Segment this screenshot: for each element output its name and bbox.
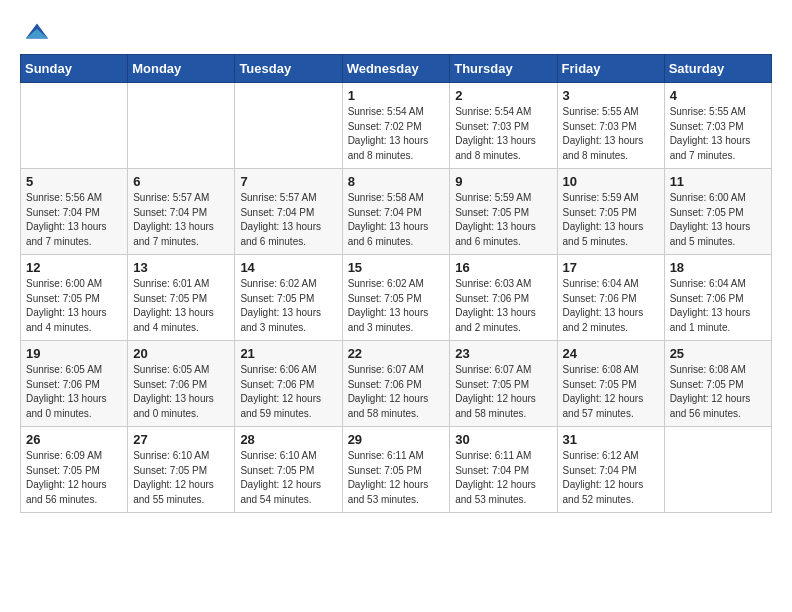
- day-info: Sunrise: 6:07 AMSunset: 7:05 PMDaylight:…: [455, 363, 551, 421]
- day-number: 17: [563, 260, 659, 275]
- calendar-cell: 24Sunrise: 6:08 AMSunset: 7:05 PMDayligh…: [557, 341, 664, 427]
- day-info: Sunrise: 6:11 AMSunset: 7:05 PMDaylight:…: [348, 449, 445, 507]
- calendar-cell: 16Sunrise: 6:03 AMSunset: 7:06 PMDayligh…: [450, 255, 557, 341]
- calendar-cell: 19Sunrise: 6:05 AMSunset: 7:06 PMDayligh…: [21, 341, 128, 427]
- day-number: 24: [563, 346, 659, 361]
- day-info: Sunrise: 5:59 AMSunset: 7:05 PMDaylight:…: [455, 191, 551, 249]
- day-number: 15: [348, 260, 445, 275]
- day-info: Sunrise: 5:59 AMSunset: 7:05 PMDaylight:…: [563, 191, 659, 249]
- day-number: 11: [670, 174, 766, 189]
- day-number: 7: [240, 174, 336, 189]
- calendar-cell: 27Sunrise: 6:10 AMSunset: 7:05 PMDayligh…: [128, 427, 235, 513]
- day-info: Sunrise: 6:06 AMSunset: 7:06 PMDaylight:…: [240, 363, 336, 421]
- day-number: 27: [133, 432, 229, 447]
- calendar-cell: 28Sunrise: 6:10 AMSunset: 7:05 PMDayligh…: [235, 427, 342, 513]
- calendar-cell: [21, 83, 128, 169]
- day-info: Sunrise: 6:04 AMSunset: 7:06 PMDaylight:…: [670, 277, 766, 335]
- day-number: 23: [455, 346, 551, 361]
- day-number: 12: [26, 260, 122, 275]
- day-info: Sunrise: 5:56 AMSunset: 7:04 PMDaylight:…: [26, 191, 122, 249]
- day-number: 10: [563, 174, 659, 189]
- calendar-cell: 5Sunrise: 5:56 AMSunset: 7:04 PMDaylight…: [21, 169, 128, 255]
- day-info: Sunrise: 5:55 AMSunset: 7:03 PMDaylight:…: [670, 105, 766, 163]
- day-info: Sunrise: 5:54 AMSunset: 7:03 PMDaylight:…: [455, 105, 551, 163]
- day-info: Sunrise: 6:03 AMSunset: 7:06 PMDaylight:…: [455, 277, 551, 335]
- day-info: Sunrise: 6:00 AMSunset: 7:05 PMDaylight:…: [26, 277, 122, 335]
- day-info: Sunrise: 6:01 AMSunset: 7:05 PMDaylight:…: [133, 277, 229, 335]
- day-number: 5: [26, 174, 122, 189]
- calendar-cell: 4Sunrise: 5:55 AMSunset: 7:03 PMDaylight…: [664, 83, 771, 169]
- calendar-cell: 17Sunrise: 6:04 AMSunset: 7:06 PMDayligh…: [557, 255, 664, 341]
- day-info: Sunrise: 6:11 AMSunset: 7:04 PMDaylight:…: [455, 449, 551, 507]
- day-info: Sunrise: 5:57 AMSunset: 7:04 PMDaylight:…: [133, 191, 229, 249]
- weekday-header-friday: Friday: [557, 55, 664, 83]
- day-number: 21: [240, 346, 336, 361]
- weekday-header-tuesday: Tuesday: [235, 55, 342, 83]
- calendar-cell: 22Sunrise: 6:07 AMSunset: 7:06 PMDayligh…: [342, 341, 450, 427]
- day-info: Sunrise: 6:12 AMSunset: 7:04 PMDaylight:…: [563, 449, 659, 507]
- day-info: Sunrise: 6:00 AMSunset: 7:05 PMDaylight:…: [670, 191, 766, 249]
- calendar-cell: 2Sunrise: 5:54 AMSunset: 7:03 PMDaylight…: [450, 83, 557, 169]
- day-number: 2: [455, 88, 551, 103]
- day-number: 30: [455, 432, 551, 447]
- weekday-header-monday: Monday: [128, 55, 235, 83]
- day-number: 9: [455, 174, 551, 189]
- day-number: 28: [240, 432, 336, 447]
- calendar-cell: 15Sunrise: 6:02 AMSunset: 7:05 PMDayligh…: [342, 255, 450, 341]
- day-info: Sunrise: 6:05 AMSunset: 7:06 PMDaylight:…: [133, 363, 229, 421]
- day-info: Sunrise: 6:02 AMSunset: 7:05 PMDaylight:…: [240, 277, 336, 335]
- day-number: 13: [133, 260, 229, 275]
- calendar-cell: 3Sunrise: 5:55 AMSunset: 7:03 PMDaylight…: [557, 83, 664, 169]
- day-info: Sunrise: 6:02 AMSunset: 7:05 PMDaylight:…: [348, 277, 445, 335]
- calendar-cell: 8Sunrise: 5:58 AMSunset: 7:04 PMDaylight…: [342, 169, 450, 255]
- day-info: Sunrise: 5:54 AMSunset: 7:02 PMDaylight:…: [348, 105, 445, 163]
- calendar-cell: 7Sunrise: 5:57 AMSunset: 7:04 PMDaylight…: [235, 169, 342, 255]
- calendar-cell: [235, 83, 342, 169]
- day-info: Sunrise: 6:05 AMSunset: 7:06 PMDaylight:…: [26, 363, 122, 421]
- day-info: Sunrise: 5:55 AMSunset: 7:03 PMDaylight:…: [563, 105, 659, 163]
- calendar-cell: 30Sunrise: 6:11 AMSunset: 7:04 PMDayligh…: [450, 427, 557, 513]
- calendar-cell: 23Sunrise: 6:07 AMSunset: 7:05 PMDayligh…: [450, 341, 557, 427]
- calendar-cell: 31Sunrise: 6:12 AMSunset: 7:04 PMDayligh…: [557, 427, 664, 513]
- calendar-cell: 9Sunrise: 5:59 AMSunset: 7:05 PMDaylight…: [450, 169, 557, 255]
- calendar-cell: 14Sunrise: 6:02 AMSunset: 7:05 PMDayligh…: [235, 255, 342, 341]
- calendar-cell: 11Sunrise: 6:00 AMSunset: 7:05 PMDayligh…: [664, 169, 771, 255]
- logo: [20, 20, 50, 44]
- week-row-2: 5Sunrise: 5:56 AMSunset: 7:04 PMDaylight…: [21, 169, 772, 255]
- day-number: 18: [670, 260, 766, 275]
- day-number: 1: [348, 88, 445, 103]
- day-number: 26: [26, 432, 122, 447]
- weekday-header-saturday: Saturday: [664, 55, 771, 83]
- calendar-table: SundayMondayTuesdayWednesdayThursdayFrid…: [20, 54, 772, 513]
- calendar-cell: 18Sunrise: 6:04 AMSunset: 7:06 PMDayligh…: [664, 255, 771, 341]
- calendar-cell: 20Sunrise: 6:05 AMSunset: 7:06 PMDayligh…: [128, 341, 235, 427]
- calendar-body: 1Sunrise: 5:54 AMSunset: 7:02 PMDaylight…: [21, 83, 772, 513]
- week-row-1: 1Sunrise: 5:54 AMSunset: 7:02 PMDaylight…: [21, 83, 772, 169]
- calendar-cell: 10Sunrise: 5:59 AMSunset: 7:05 PMDayligh…: [557, 169, 664, 255]
- page-container: SundayMondayTuesdayWednesdayThursdayFrid…: [0, 0, 792, 523]
- weekday-header-sunday: Sunday: [21, 55, 128, 83]
- day-info: Sunrise: 6:04 AMSunset: 7:06 PMDaylight:…: [563, 277, 659, 335]
- day-info: Sunrise: 6:08 AMSunset: 7:05 PMDaylight:…: [563, 363, 659, 421]
- day-number: 14: [240, 260, 336, 275]
- day-number: 19: [26, 346, 122, 361]
- weekday-header-wednesday: Wednesday: [342, 55, 450, 83]
- logo-icon: [22, 16, 50, 44]
- day-info: Sunrise: 5:57 AMSunset: 7:04 PMDaylight:…: [240, 191, 336, 249]
- day-number: 3: [563, 88, 659, 103]
- calendar-cell: 25Sunrise: 6:08 AMSunset: 7:05 PMDayligh…: [664, 341, 771, 427]
- calendar-cell: 12Sunrise: 6:00 AMSunset: 7:05 PMDayligh…: [21, 255, 128, 341]
- day-number: 16: [455, 260, 551, 275]
- day-info: Sunrise: 6:07 AMSunset: 7:06 PMDaylight:…: [348, 363, 445, 421]
- calendar-cell: [128, 83, 235, 169]
- calendar-cell: 29Sunrise: 6:11 AMSunset: 7:05 PMDayligh…: [342, 427, 450, 513]
- week-row-3: 12Sunrise: 6:00 AMSunset: 7:05 PMDayligh…: [21, 255, 772, 341]
- calendar-cell: 6Sunrise: 5:57 AMSunset: 7:04 PMDaylight…: [128, 169, 235, 255]
- day-number: 6: [133, 174, 229, 189]
- week-row-4: 19Sunrise: 6:05 AMSunset: 7:06 PMDayligh…: [21, 341, 772, 427]
- day-number: 25: [670, 346, 766, 361]
- weekday-header-thursday: Thursday: [450, 55, 557, 83]
- day-number: 4: [670, 88, 766, 103]
- day-number: 20: [133, 346, 229, 361]
- calendar-cell: [664, 427, 771, 513]
